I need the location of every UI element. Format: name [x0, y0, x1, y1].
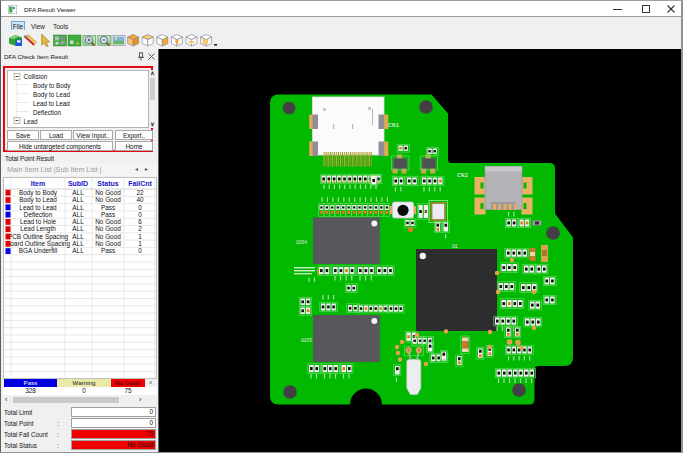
- svg-text:No Good: No Good: [95, 233, 121, 240]
- svg-text:U1: U1: [452, 244, 458, 249]
- svg-text:Collision: Collision: [24, 73, 48, 80]
- svg-text:ALL: ALL: [72, 189, 84, 196]
- svg-text:No Good: No Good: [95, 240, 121, 247]
- svg-text:CN2: CN2: [457, 172, 468, 179]
- svg-text:Pass: Pass: [101, 211, 115, 218]
- svg-text:FailCnt: FailCnt: [128, 180, 152, 187]
- svg-text:6: 6: [138, 218, 142, 225]
- svg-text:No Good: No Good: [95, 196, 121, 203]
- svg-text:Body to Body: Body to Body: [33, 82, 71, 90]
- svg-text:Lead to Lead: Lead to Lead: [33, 100, 70, 107]
- svg-text:Deflection: Deflection: [24, 211, 53, 218]
- svg-text:Status: Status: [97, 180, 119, 187]
- svg-text:CN1: CN1: [388, 122, 399, 129]
- svg-text:2: 2: [138, 225, 142, 232]
- svg-text:ALL: ALL: [72, 225, 84, 232]
- svg-text:BGA Underfill: BGA Underfill: [19, 247, 57, 254]
- svg-text:Lead: Lead: [24, 118, 39, 125]
- svg-text:Body to Lead: Body to Lead: [33, 91, 71, 99]
- svg-text:40: 40: [136, 196, 144, 203]
- svg-text:No Good: No Good: [95, 189, 121, 196]
- svg-text:0: 0: [138, 247, 142, 254]
- svg-text:No Good: No Good: [95, 225, 121, 232]
- svg-text:1: 1: [138, 240, 142, 247]
- svg-text:ALL: ALL: [72, 247, 84, 254]
- svg-text:Deflection: Deflection: [33, 109, 61, 116]
- svg-text:U265: U265: [301, 338, 312, 343]
- svg-text:ALL: ALL: [72, 240, 84, 247]
- svg-text:No Good: No Good: [95, 218, 121, 225]
- svg-text:22: 22: [136, 189, 144, 196]
- svg-text:ALL: ALL: [72, 211, 84, 218]
- svg-text:ALL: ALL: [72, 233, 84, 240]
- svg-text:SubID: SubID: [68, 180, 88, 187]
- svg-text:0: 0: [138, 204, 142, 211]
- svg-text:1: 1: [138, 233, 142, 240]
- svg-text:U264: U264: [296, 240, 307, 245]
- svg-text:ALL: ALL: [72, 218, 84, 225]
- svg-text:Lead to Hole: Lead to Hole: [20, 218, 57, 225]
- svg-text:ALL: ALL: [72, 196, 84, 203]
- svg-text:Pass: Pass: [101, 204, 115, 211]
- svg-text:ALL: ALL: [72, 204, 84, 211]
- svg-text:Lead to Lead: Lead to Lead: [19, 204, 57, 211]
- svg-text:Item: Item: [31, 180, 45, 187]
- svg-text:Pass: Pass: [101, 247, 115, 254]
- svg-text:0: 0: [138, 211, 142, 218]
